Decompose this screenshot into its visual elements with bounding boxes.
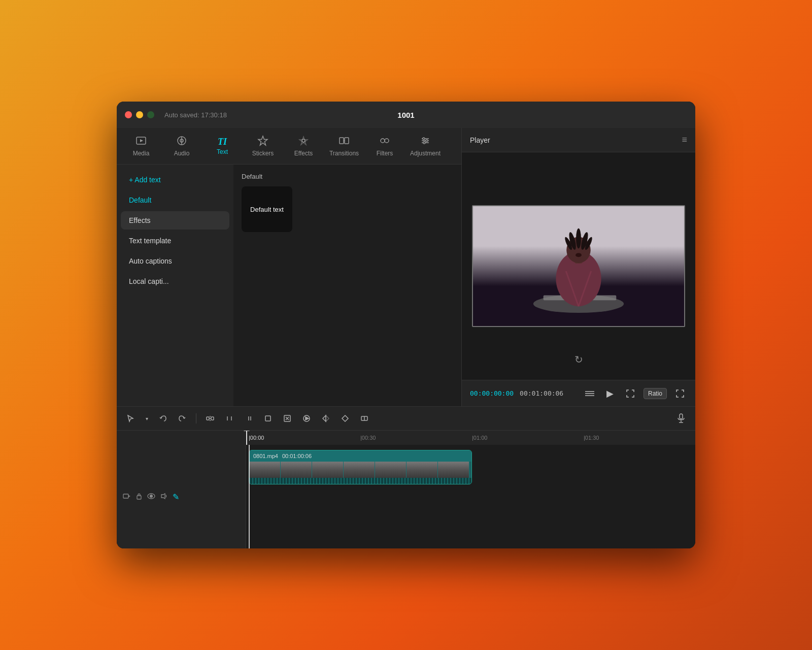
tab-media[interactable]: Media bbox=[121, 131, 161, 161]
clip-duration: 00:01:00:06 bbox=[282, 453, 312, 459]
ratio-button[interactable]: Ratio bbox=[644, 388, 667, 399]
motion-button[interactable] bbox=[357, 411, 372, 426]
play-range-button[interactable] bbox=[299, 411, 314, 426]
tab-media-label: Media bbox=[133, 150, 150, 157]
tab-text-label: Text bbox=[217, 148, 228, 155]
clip-audio-wave bbox=[249, 478, 471, 484]
tab-adjustment[interactable]: Adjustment bbox=[405, 131, 446, 161]
ruler-ticks: |00:00 |00:30 |01:00 |01:30 | bbox=[249, 431, 695, 445]
stickers-icon bbox=[257, 135, 268, 148]
svg-rect-47 bbox=[265, 416, 270, 421]
track-area: 0801.mp4 00:01:00:06 bbox=[246, 445, 695, 548]
svg-point-36 bbox=[576, 253, 582, 257]
svg-rect-7 bbox=[340, 138, 344, 144]
tab-transitions[interactable]: Transitions bbox=[324, 131, 364, 161]
adjustment-icon bbox=[420, 135, 431, 148]
rotate-handle[interactable]: ↻ bbox=[574, 353, 583, 366]
minimize-button[interactable] bbox=[136, 111, 143, 118]
sidebar-item-auto-captions[interactable]: Auto captions bbox=[121, 252, 229, 270]
left-panel-body: + Add text Default Effects Text template… bbox=[117, 165, 461, 406]
maximize-button[interactable] bbox=[147, 111, 154, 118]
microphone-button[interactable] bbox=[673, 411, 689, 426]
split-button[interactable] bbox=[202, 411, 218, 426]
timeline-tracks: ✎ 0801.mp4 00:01:00:06 bbox=[117, 445, 695, 548]
svg-rect-8 bbox=[345, 138, 349, 144]
close-button[interactable] bbox=[125, 111, 132, 118]
svg-marker-1 bbox=[140, 139, 143, 142]
svg-marker-59 bbox=[128, 495, 130, 497]
app-window: Auto saved: 17:30:18 1001 Media bbox=[117, 102, 695, 548]
svg-point-17 bbox=[423, 142, 425, 144]
text-content-area: Default Default text bbox=[233, 165, 461, 406]
tab-effects[interactable]: Effects bbox=[283, 131, 324, 161]
sidebar-item-default[interactable]: Default bbox=[121, 191, 229, 209]
trim-end-button[interactable] bbox=[241, 411, 256, 426]
svg-point-15 bbox=[423, 138, 425, 140]
svg-marker-52 bbox=[306, 417, 309, 420]
tab-filters[interactable]: Filters bbox=[364, 131, 405, 161]
select-tool-button[interactable] bbox=[123, 411, 138, 426]
sidebar-item-text-template[interactable]: Text template bbox=[121, 232, 229, 250]
tab-adjustment-label: Adjustment bbox=[410, 150, 441, 157]
clip-name: 0801.mp4 bbox=[253, 453, 278, 459]
timeline-ruler: |00:00 |00:30 |01:00 |01:30 | bbox=[117, 431, 695, 445]
select-dropdown-button[interactable]: ▾ bbox=[142, 411, 151, 426]
track-clip[interactable]: 0801.mp4 00:01:00:06 bbox=[249, 450, 472, 484]
trim-button[interactable] bbox=[222, 411, 237, 426]
left-panel: Media Audio TI Text bbox=[117, 128, 462, 406]
ruler-tick-130: |01:30 bbox=[584, 435, 695, 441]
svg-point-10 bbox=[381, 139, 385, 143]
fit-button[interactable] bbox=[280, 411, 295, 426]
keyframe-button[interactable] bbox=[337, 411, 353, 426]
track-edit-icon[interactable]: ✎ bbox=[173, 492, 179, 502]
filters-icon bbox=[379, 135, 390, 148]
transitions-icon bbox=[339, 135, 350, 148]
crop-button[interactable] bbox=[260, 411, 276, 426]
content-section-title: Default bbox=[242, 173, 453, 180]
tab-stickers[interactable]: Stickers bbox=[243, 131, 283, 161]
redo-button[interactable] bbox=[175, 411, 190, 426]
audio-icon bbox=[176, 135, 187, 148]
tab-text[interactable]: TI Text bbox=[202, 131, 243, 161]
tab-effects-label: Effects bbox=[294, 150, 313, 157]
svg-point-11 bbox=[385, 139, 389, 143]
media-icon bbox=[136, 135, 147, 148]
play-button[interactable]: ▶ bbox=[603, 386, 617, 401]
player-controls: 00:00:00:00 00:01:00:06 ▶ bbox=[462, 380, 695, 406]
svg-marker-63 bbox=[161, 494, 165, 499]
timeline-toolbar: ▾ bbox=[117, 406, 695, 431]
undo-button[interactable] bbox=[155, 411, 171, 426]
track-visibility-icon[interactable] bbox=[147, 493, 155, 501]
divider-1 bbox=[196, 413, 196, 424]
text-icon: TI bbox=[218, 137, 227, 146]
tab-audio[interactable]: Audio bbox=[161, 131, 202, 161]
window-title: 1001 bbox=[397, 111, 414, 119]
clip-audio-bar bbox=[249, 478, 471, 484]
timeline-area: ▾ bbox=[117, 406, 695, 548]
video-content bbox=[473, 206, 684, 326]
tab-stickers-label: Stickers bbox=[252, 150, 274, 157]
fit-screen-button[interactable] bbox=[623, 386, 637, 401]
sidebar-item-local-captions[interactable]: Local capti... bbox=[121, 272, 229, 290]
player-menu-icon[interactable]: ≡ bbox=[682, 135, 687, 145]
default-text-card[interactable]: Default text bbox=[242, 186, 292, 232]
svg-rect-55 bbox=[680, 414, 683, 419]
ruler-tick-100: |01:00 bbox=[472, 435, 584, 441]
track-lock-icon[interactable] bbox=[136, 493, 142, 501]
traffic-lights bbox=[125, 111, 154, 118]
flip-button[interactable] bbox=[318, 411, 333, 426]
video-frame bbox=[472, 205, 685, 327]
toolbar-tabs: Media Audio TI Text bbox=[117, 128, 461, 165]
clip-header: 0801.mp4 00:01:00:06 bbox=[249, 450, 471, 462]
tab-audio-label: Audio bbox=[174, 150, 190, 157]
effects-icon bbox=[298, 135, 309, 148]
sidebar-item-effects[interactable]: Effects bbox=[121, 211, 229, 230]
add-text-button[interactable]: + Add text bbox=[121, 171, 229, 189]
track-audio-icon[interactable] bbox=[160, 493, 167, 501]
player-header: Player ≡ bbox=[462, 128, 695, 152]
svg-point-62 bbox=[150, 495, 153, 498]
main-content: Media Audio TI Text bbox=[117, 128, 695, 406]
autosave-label: Auto saved: 17:30:18 bbox=[164, 111, 227, 119]
grid-view-button[interactable] bbox=[583, 386, 597, 401]
fullscreen-button[interactable] bbox=[673, 386, 687, 401]
